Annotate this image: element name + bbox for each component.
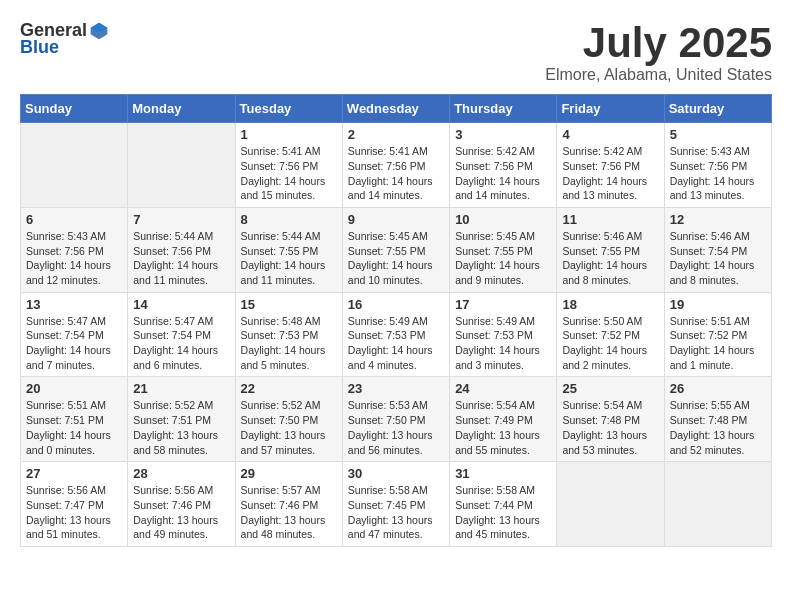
day-info: Sunrise: 5:51 AM Sunset: 7:51 PM Dayligh… (26, 398, 122, 457)
calendar-cell: 15Sunrise: 5:48 AM Sunset: 7:53 PM Dayli… (235, 292, 342, 377)
day-info: Sunrise: 5:49 AM Sunset: 7:53 PM Dayligh… (348, 314, 444, 373)
day-info: Sunrise: 5:50 AM Sunset: 7:52 PM Dayligh… (562, 314, 658, 373)
calendar-cell: 18Sunrise: 5:50 AM Sunset: 7:52 PM Dayli… (557, 292, 664, 377)
day-number: 12 (670, 212, 766, 227)
calendar-cell: 31Sunrise: 5:58 AM Sunset: 7:44 PM Dayli… (450, 462, 557, 547)
calendar-cell: 2Sunrise: 5:41 AM Sunset: 7:56 PM Daylig… (342, 123, 449, 208)
day-number: 25 (562, 381, 658, 396)
day-info: Sunrise: 5:51 AM Sunset: 7:52 PM Dayligh… (670, 314, 766, 373)
weekday-header-thursday: Thursday (450, 95, 557, 123)
day-info: Sunrise: 5:57 AM Sunset: 7:46 PM Dayligh… (241, 483, 337, 542)
month-title: July 2025 (545, 20, 772, 66)
calendar-table: SundayMondayTuesdayWednesdayThursdayFrid… (20, 94, 772, 547)
day-info: Sunrise: 5:52 AM Sunset: 7:50 PM Dayligh… (241, 398, 337, 457)
day-info: Sunrise: 5:53 AM Sunset: 7:50 PM Dayligh… (348, 398, 444, 457)
calendar-week-4: 20Sunrise: 5:51 AM Sunset: 7:51 PM Dayli… (21, 377, 772, 462)
day-info: Sunrise: 5:45 AM Sunset: 7:55 PM Dayligh… (348, 229, 444, 288)
calendar-week-3: 13Sunrise: 5:47 AM Sunset: 7:54 PM Dayli… (21, 292, 772, 377)
calendar-cell: 4Sunrise: 5:42 AM Sunset: 7:56 PM Daylig… (557, 123, 664, 208)
calendar-cell (557, 462, 664, 547)
day-number: 17 (455, 297, 551, 312)
day-number: 20 (26, 381, 122, 396)
calendar-cell: 14Sunrise: 5:47 AM Sunset: 7:54 PM Dayli… (128, 292, 235, 377)
day-info: Sunrise: 5:49 AM Sunset: 7:53 PM Dayligh… (455, 314, 551, 373)
calendar-cell: 1Sunrise: 5:41 AM Sunset: 7:56 PM Daylig… (235, 123, 342, 208)
weekday-header-monday: Monday (128, 95, 235, 123)
day-number: 29 (241, 466, 337, 481)
day-info: Sunrise: 5:54 AM Sunset: 7:48 PM Dayligh… (562, 398, 658, 457)
logo-blue: Blue (20, 37, 59, 58)
day-number: 30 (348, 466, 444, 481)
weekday-header-wednesday: Wednesday (342, 95, 449, 123)
day-number: 8 (241, 212, 337, 227)
calendar-cell: 6Sunrise: 5:43 AM Sunset: 7:56 PM Daylig… (21, 207, 128, 292)
day-info: Sunrise: 5:44 AM Sunset: 7:55 PM Dayligh… (241, 229, 337, 288)
day-info: Sunrise: 5:56 AM Sunset: 7:47 PM Dayligh… (26, 483, 122, 542)
calendar-cell: 24Sunrise: 5:54 AM Sunset: 7:49 PM Dayli… (450, 377, 557, 462)
day-info: Sunrise: 5:56 AM Sunset: 7:46 PM Dayligh… (133, 483, 229, 542)
weekday-header-saturday: Saturday (664, 95, 771, 123)
day-number: 13 (26, 297, 122, 312)
day-info: Sunrise: 5:43 AM Sunset: 7:56 PM Dayligh… (26, 229, 122, 288)
weekday-header-sunday: Sunday (21, 95, 128, 123)
day-number: 1 (241, 127, 337, 142)
calendar-cell: 3Sunrise: 5:42 AM Sunset: 7:56 PM Daylig… (450, 123, 557, 208)
day-number: 9 (348, 212, 444, 227)
day-number: 18 (562, 297, 658, 312)
day-number: 31 (455, 466, 551, 481)
day-info: Sunrise: 5:58 AM Sunset: 7:45 PM Dayligh… (348, 483, 444, 542)
day-number: 15 (241, 297, 337, 312)
day-number: 4 (562, 127, 658, 142)
day-number: 10 (455, 212, 551, 227)
day-number: 28 (133, 466, 229, 481)
calendar-cell: 30Sunrise: 5:58 AM Sunset: 7:45 PM Dayli… (342, 462, 449, 547)
day-info: Sunrise: 5:42 AM Sunset: 7:56 PM Dayligh… (562, 144, 658, 203)
calendar-cell: 16Sunrise: 5:49 AM Sunset: 7:53 PM Dayli… (342, 292, 449, 377)
day-number: 5 (670, 127, 766, 142)
day-number: 21 (133, 381, 229, 396)
calendar-cell (664, 462, 771, 547)
day-info: Sunrise: 5:44 AM Sunset: 7:56 PM Dayligh… (133, 229, 229, 288)
day-info: Sunrise: 5:47 AM Sunset: 7:54 PM Dayligh… (133, 314, 229, 373)
title-block: July 2025 Elmore, Alabama, United States (545, 20, 772, 84)
calendar-cell: 8Sunrise: 5:44 AM Sunset: 7:55 PM Daylig… (235, 207, 342, 292)
day-number: 7 (133, 212, 229, 227)
weekday-header-tuesday: Tuesday (235, 95, 342, 123)
logo-icon (89, 21, 109, 41)
day-info: Sunrise: 5:42 AM Sunset: 7:56 PM Dayligh… (455, 144, 551, 203)
day-info: Sunrise: 5:54 AM Sunset: 7:49 PM Dayligh… (455, 398, 551, 457)
day-info: Sunrise: 5:41 AM Sunset: 7:56 PM Dayligh… (241, 144, 337, 203)
calendar-cell: 22Sunrise: 5:52 AM Sunset: 7:50 PM Dayli… (235, 377, 342, 462)
logo: General Blue (20, 20, 109, 58)
calendar-cell: 19Sunrise: 5:51 AM Sunset: 7:52 PM Dayli… (664, 292, 771, 377)
day-info: Sunrise: 5:47 AM Sunset: 7:54 PM Dayligh… (26, 314, 122, 373)
calendar-cell: 28Sunrise: 5:56 AM Sunset: 7:46 PM Dayli… (128, 462, 235, 547)
day-number: 16 (348, 297, 444, 312)
calendar-cell: 12Sunrise: 5:46 AM Sunset: 7:54 PM Dayli… (664, 207, 771, 292)
location-title: Elmore, Alabama, United States (545, 66, 772, 84)
day-number: 22 (241, 381, 337, 396)
calendar-week-5: 27Sunrise: 5:56 AM Sunset: 7:47 PM Dayli… (21, 462, 772, 547)
calendar-cell: 29Sunrise: 5:57 AM Sunset: 7:46 PM Dayli… (235, 462, 342, 547)
day-number: 14 (133, 297, 229, 312)
day-number: 19 (670, 297, 766, 312)
calendar-cell: 9Sunrise: 5:45 AM Sunset: 7:55 PM Daylig… (342, 207, 449, 292)
calendar-week-2: 6Sunrise: 5:43 AM Sunset: 7:56 PM Daylig… (21, 207, 772, 292)
day-number: 6 (26, 212, 122, 227)
day-number: 23 (348, 381, 444, 396)
calendar-cell (21, 123, 128, 208)
day-number: 26 (670, 381, 766, 396)
day-number: 3 (455, 127, 551, 142)
day-info: Sunrise: 5:41 AM Sunset: 7:56 PM Dayligh… (348, 144, 444, 203)
calendar-week-1: 1Sunrise: 5:41 AM Sunset: 7:56 PM Daylig… (21, 123, 772, 208)
day-info: Sunrise: 5:55 AM Sunset: 7:48 PM Dayligh… (670, 398, 766, 457)
day-info: Sunrise: 5:43 AM Sunset: 7:56 PM Dayligh… (670, 144, 766, 203)
weekday-header-friday: Friday (557, 95, 664, 123)
day-info: Sunrise: 5:58 AM Sunset: 7:44 PM Dayligh… (455, 483, 551, 542)
calendar-cell: 21Sunrise: 5:52 AM Sunset: 7:51 PM Dayli… (128, 377, 235, 462)
day-number: 11 (562, 212, 658, 227)
calendar-header-row: SundayMondayTuesdayWednesdayThursdayFrid… (21, 95, 772, 123)
day-info: Sunrise: 5:46 AM Sunset: 7:54 PM Dayligh… (670, 229, 766, 288)
calendar-cell: 20Sunrise: 5:51 AM Sunset: 7:51 PM Dayli… (21, 377, 128, 462)
page-header: General Blue July 2025 Elmore, Alabama, … (20, 20, 772, 84)
